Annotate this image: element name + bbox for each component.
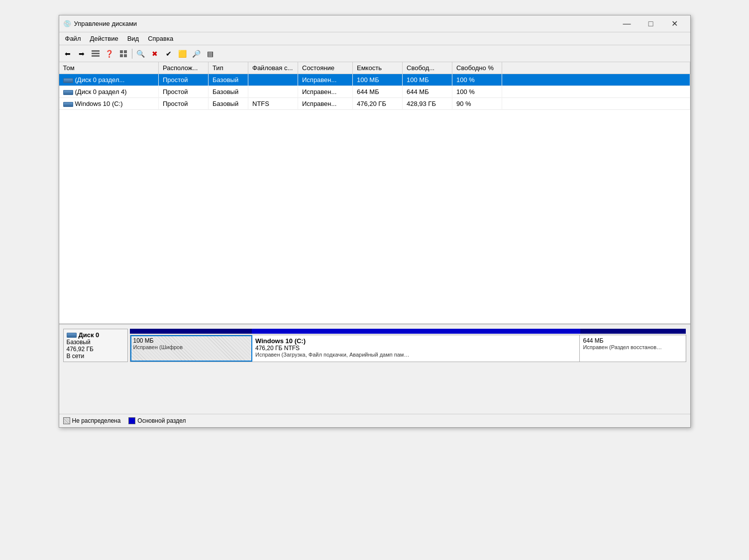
menu-help[interactable]: Справка	[144, 33, 177, 44]
menu-bar: Файл Действие Вид Справка	[59, 32, 690, 45]
new-button[interactable]: 🟨	[176, 47, 189, 60]
cell-svobodpct: 100 %	[452, 86, 502, 98]
legend-area: Не распределена Основной раздел	[59, 414, 690, 427]
window-title: Управление дисками	[74, 20, 137, 27]
title-bar-left: 💿 Управление дисками	[63, 20, 137, 28]
svg-rect-5	[120, 54, 123, 57]
volumes-table: Том Располож... Тип Файловая с... Состоя…	[59, 62, 690, 110]
legend-hatch-box	[63, 417, 70, 424]
cell-extra	[502, 74, 690, 86]
partition-cell-0[interactable]: 100 МБ Исправен (Шифров	[130, 335, 253, 362]
table-body: (Диск 0 раздел...ПростойБазовыйИсправен.…	[59, 74, 690, 110]
svg-rect-1	[92, 53, 100, 54]
cell-emkost: 476,20 ГБ	[353, 98, 403, 110]
disk-icon	[67, 333, 77, 338]
col-tom[interactable]: Том	[59, 62, 159, 74]
partition-cell-2[interactable]: 644 МБ Исправен (Раздел восстанов…	[580, 335, 685, 362]
cell-extra	[502, 86, 690, 98]
title-buttons: — □ ✕	[616, 17, 686, 31]
toolbar: ⬅ ➡ ❓ 🔍 ✖ ✔ 🟨 🔎 ▤	[59, 45, 690, 62]
cell-svobod: 428,93 ГБ	[403, 98, 452, 110]
back-button[interactable]: ⬅	[61, 47, 74, 60]
col-tip[interactable]: Тип	[209, 62, 248, 74]
cell-tom: (Диск 0 раздел...	[59, 74, 159, 86]
part-0-size: 100 МБ	[133, 337, 249, 344]
cell-extra	[502, 98, 690, 110]
part-0-status: Исправен (Шифров	[133, 344, 249, 350]
table-row[interactable]: Windows 10 (C:)ПростойБазовыйNTFSИсправе…	[59, 98, 690, 110]
partition-cell-1[interactable]: Windows 10 (C:) 476,20 ГБ NTFS Исправен …	[252, 335, 580, 362]
minimize-button[interactable]: —	[616, 17, 639, 31]
col-emkost[interactable]: Емкость	[353, 62, 403, 74]
svg-rect-6	[124, 54, 127, 57]
bar-seg-0	[130, 329, 252, 334]
partition-top-bar	[130, 329, 686, 334]
col-svobodpct[interactable]: Свободно %	[452, 62, 502, 74]
help-button[interactable]: ❓	[103, 47, 116, 60]
cell-faylsys: NTFS	[248, 98, 298, 110]
legend-primary-label: Основной раздел	[137, 417, 186, 424]
cell-sostoyanie: Исправен...	[298, 74, 353, 86]
partition-cells: 100 МБ Исправен (Шифров Windows 10 (C:) …	[130, 335, 686, 362]
legend-unallocated-label: Не распределена	[72, 417, 121, 424]
close-button[interactable]: ✕	[663, 17, 686, 31]
bar-seg-2	[580, 329, 686, 334]
disk-name-text: Диск 0	[79, 331, 100, 339]
menu-view[interactable]: Вид	[123, 33, 143, 44]
main-window: 💿 Управление дисками — □ ✕ Файл Действие…	[59, 15, 691, 428]
toolbar-separator-1	[132, 49, 132, 59]
disk-view-button[interactable]	[117, 47, 130, 60]
table-row[interactable]: (Диск 0 раздел 4)ПростойБазовыйИсправен.…	[59, 86, 690, 98]
menu-file[interactable]: Файл	[61, 33, 85, 44]
table-header: Том Располож... Тип Файловая с... Состоя…	[59, 62, 690, 74]
app-icon: 💿	[63, 20, 71, 28]
cell-svobod: 100 МБ	[403, 74, 452, 86]
legend-unallocated: Не распределена	[63, 417, 121, 424]
properties-button[interactable]: 🔎	[190, 47, 203, 60]
col-faylsys[interactable]: Файловая с...	[248, 62, 298, 74]
cell-faylsys	[248, 74, 298, 86]
part-2-status: Исправен (Раздел восстанов…	[583, 344, 682, 350]
cell-svobodpct: 100 %	[452, 74, 502, 86]
col-svobod[interactable]: Свобод...	[403, 62, 452, 74]
cell-sostoyanie: Исправен...	[298, 86, 353, 98]
cell-raspolozh: Простой	[159, 86, 209, 98]
cell-svobodpct: 90 %	[452, 98, 502, 110]
table-area: Том Располож... Тип Файловая с... Состоя…	[59, 62, 690, 324]
cell-tip: Базовый	[209, 86, 248, 98]
svg-rect-3	[120, 50, 123, 53]
title-bar: 💿 Управление дисками — □ ✕	[59, 15, 690, 32]
col-extra	[502, 62, 690, 74]
cell-emkost: 644 МБ	[353, 86, 403, 98]
check-button[interactable]: ✔	[162, 47, 175, 60]
cell-tom: Windows 10 (C:)	[59, 98, 159, 110]
disk-partitions: 100 МБ Исправен (Шифров Windows 10 (C:) …	[130, 329, 686, 362]
disk-label: Диск 0 Базовый 476,92 ГБ В сети	[63, 329, 128, 362]
part-1-status: Исправен (Загрузка, Файл подкачки, Авари…	[255, 352, 576, 358]
forward-button[interactable]: ➡	[75, 47, 88, 60]
table-row[interactable]: (Диск 0 раздел...ПростойБазовыйИсправен.…	[59, 74, 690, 86]
part-1-size: 476,20 ГБ NTFS	[255, 345, 576, 352]
disk-name: Диск 0	[67, 331, 124, 339]
extra-button[interactable]: ▤	[204, 47, 217, 60]
cell-emkost: 100 МБ	[353, 74, 403, 86]
cell-svobod: 644 МБ	[403, 86, 452, 98]
row-disk-icon	[63, 78, 73, 83]
cell-raspolozh: Простой	[159, 74, 209, 86]
cell-tip: Базовый	[209, 98, 248, 110]
part-2-size: 644 МБ	[583, 337, 682, 344]
disk-type: Базовый	[67, 339, 124, 346]
cell-tip: Базовый	[209, 74, 248, 86]
delete-button[interactable]: ✖	[148, 47, 161, 60]
col-raspolozh[interactable]: Располож...	[159, 62, 209, 74]
legend-primary: Основной раздел	[128, 417, 186, 424]
maximize-button[interactable]: □	[640, 17, 662, 31]
disk-size: 476,92 ГБ	[67, 346, 124, 353]
row-disk-icon	[63, 102, 73, 107]
menu-action[interactable]: Действие	[86, 33, 122, 44]
col-sostoyanie[interactable]: Состояние	[298, 62, 353, 74]
svg-rect-4	[124, 50, 127, 53]
search-button[interactable]: 🔍	[134, 47, 147, 60]
disk-list-button[interactable]	[89, 47, 102, 60]
cell-tom: (Диск 0 раздел 4)	[59, 86, 159, 98]
